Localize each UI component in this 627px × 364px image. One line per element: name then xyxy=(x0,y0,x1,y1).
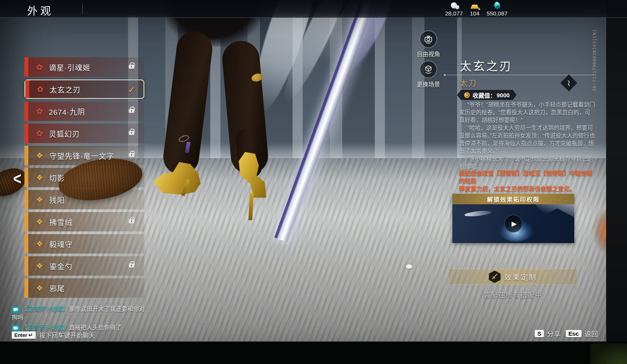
tael-coin-icon xyxy=(449,1,459,10)
video-title: 解锁效果拓印权限 xyxy=(452,194,574,204)
share-label: 分享 xyxy=(547,329,560,338)
skin-item-background xyxy=(28,256,144,276)
skin-rarity-icon: ❖ xyxy=(36,218,43,226)
unlock-video-card[interactable]: 解锁效果拓印权限 ▶ xyxy=(452,194,574,243)
plus-badge-icon: + xyxy=(478,7,480,11)
esc-key: Esc xyxy=(566,330,582,337)
currency-tael[interactable]: 28,077 xyxy=(442,1,466,17)
weapon-type-label: 太刀 xyxy=(460,77,477,88)
lock-icon xyxy=(129,65,134,69)
skin-list-item[interactable]: ❖ 毅魂守 ✓ xyxy=(24,234,144,254)
chat-log: 【卫宫萝卜切酱】那你武田开大了我还要和你对掏吗 【卫宫萝卜切酱】直接把人头给你得… xyxy=(12,305,148,333)
effect-customize-button[interactable]: 效果定制 xyxy=(449,269,577,285)
skin-list-item[interactable]: ❖ 邪尾 ✓ xyxy=(24,278,144,298)
skin-rarity-icon: ❖ xyxy=(36,240,43,248)
skin-label: 太玄之刃 xyxy=(50,84,81,95)
skin-label: 2674·九阴 xyxy=(49,106,85,117)
skin-list-item[interactable]: ✿ 灵狐幻刃 ✓ xyxy=(24,124,144,143)
rarity-bar xyxy=(24,278,28,298)
skin-list-item[interactable]: ✿ 太玄之刃 ✓ xyxy=(24,79,144,99)
skin-list-item[interactable]: ✿ 2674·九阴 ✓ xyxy=(24,102,144,121)
skin-label: 拂雪绒 xyxy=(49,217,73,227)
skin-rarity-icon: ❖ xyxy=(36,284,43,292)
enter-key: Enter ↵ xyxy=(12,331,36,339)
lock-icon xyxy=(129,153,134,157)
back-button[interactable]: Esc 返回 xyxy=(566,329,598,338)
rarity-bar xyxy=(25,80,29,98)
change-scene-button[interactable]: 更换场景 xyxy=(410,60,447,88)
skin-label: 谪星·引魂姬 xyxy=(49,62,90,72)
page-title: 外观 xyxy=(27,3,54,18)
chat-text: 直接把人头给你得了 xyxy=(69,324,121,331)
rarity-bar xyxy=(24,102,28,121)
skin-item-background xyxy=(28,234,144,254)
lock-icon xyxy=(129,219,134,223)
collection-value-badge: 收藏值：9000 xyxy=(457,90,516,100)
weapon-title: 太玄之刃 xyxy=(460,57,513,74)
currency-bar: 28,077 + 104 550,087 xyxy=(442,1,511,17)
skin-item-background xyxy=(28,168,144,187)
top-bar: 外观 28,077 + 104 550,087 xyxy=(0,0,627,18)
skin-item-background xyxy=(28,278,144,298)
skin-item-background xyxy=(28,190,144,209)
rarity-bar xyxy=(24,212,28,231)
skin-label: 鎏金勺 xyxy=(49,261,73,271)
jade-icon xyxy=(492,1,502,10)
thumbnail-fish xyxy=(464,210,492,217)
skin-item-background xyxy=(28,124,144,143)
header-divider xyxy=(82,3,83,14)
lock-icon xyxy=(129,109,134,113)
skin-rarity-icon: ✿ xyxy=(37,85,43,93)
rarity-bar xyxy=(24,234,28,254)
chat-message: 【卫宫萝卜切酱】那你武田开大了我还要和你对掏吗 xyxy=(12,305,148,321)
share-button[interactable]: S 分享 xyxy=(535,329,560,338)
equip-status: 装配在所有搭配中 xyxy=(449,290,577,299)
thumbnail-ice xyxy=(532,204,574,219)
currency-gold-ingot[interactable]: + 104 xyxy=(466,1,483,17)
free-camera-button[interactable]: 自由视角 xyxy=(410,30,447,58)
s-key: S xyxy=(535,330,544,337)
pebble xyxy=(406,264,412,269)
title-divider xyxy=(447,75,595,75)
gold-ingot-icon: + xyxy=(470,1,479,10)
skin-list: ✿ 谪星·引魂姬 ✓ ✿ 太玄之刃 ✓ ✿ 2674·九阴 ✓ ✿ 灵狐幻刃 ✓… xyxy=(24,57,144,298)
lore-paragraph: “爷爷！”胡桃坐在爷爷腿头，小手轻点那记载着剑门家历史的绘卷。“您看役大人这把刀… xyxy=(459,101,596,124)
skin-list-item[interactable]: ❖ 切影 ✓ xyxy=(24,168,144,187)
skin-label: 守望先锋·竜一文字 xyxy=(49,150,114,161)
chat-input-hint: Enter ↵ 按下回车键开始聊天 xyxy=(12,330,95,340)
effect-note-line: 装配后会改变【回雪斩】及魂玉【蚀骨斩】中破击斩的效果 xyxy=(459,169,596,185)
skin-item-background xyxy=(28,212,144,231)
play-icon[interactable]: ▶ xyxy=(504,215,522,233)
weapon-lore: “爷爷！”胡桃坐在爷爷腿头，小手轻点那记载着剑门家历史的绘卷。“您看役大人这把刀… xyxy=(459,101,596,171)
skin-label: 邪尾 xyxy=(49,283,65,293)
screen: 外观 28,077 + 104 550,087 ✿ 谪星·引魂姬 ✓ ✿ xyxy=(0,0,627,364)
lock-icon xyxy=(129,264,134,267)
collapse-chevron-icon[interactable]: < xyxy=(13,169,21,189)
free-camera-icon xyxy=(419,30,437,48)
skin-rarity-icon: ✿ xyxy=(36,63,43,71)
free-camera-label: 自由视角 xyxy=(410,50,447,58)
skin-label: 灵狐幻刃 xyxy=(49,128,80,139)
effect-note-line: 释放蓄力后，太玄之刃的形态也会随之变化。 xyxy=(459,185,596,193)
rarity-bar xyxy=(24,168,28,187)
skin-list-item[interactable]: ✿ 谪星·引魂姬 ✓ xyxy=(24,57,144,77)
change-scene-label: 更换场景 xyxy=(410,80,447,88)
skin-list-item[interactable]: ❖ 拂雪绒 ✓ xyxy=(24,212,144,231)
skin-rarity-icon: ❖ xyxy=(36,174,43,181)
lore-paragraph: “等小桃桃长大了，说不定也能去那无极寺寻自己的机缘呢。” xyxy=(459,155,596,171)
skin-list-item[interactable]: ❖ 鎏金勺 ✓ xyxy=(24,256,144,276)
skin-item-background xyxy=(28,102,144,121)
change-scene-icon xyxy=(419,60,437,78)
back-label: 返回 xyxy=(585,329,598,338)
skin-label: 残阳 xyxy=(49,195,65,205)
skin-list-item[interactable]: ❖ 守望先锋·竜一文字 ✓ xyxy=(24,146,144,165)
lore-paragraph: “哈哈，这是役大人穷尽一生才达到的境界，想要可没那么容易。”左近拍拍孙女发顶：“… xyxy=(459,124,596,155)
effect-note: 装配后会改变【回雪斩】及魂玉【蚀骨斩】中破击斩的效果 释放蓄力后，太玄之刃的形态… xyxy=(459,169,596,193)
rarity-bar xyxy=(24,256,28,276)
currency-jade[interactable]: 550,087 xyxy=(483,1,511,17)
skin-list-item[interactable]: ❖ 残阳 ✓ xyxy=(24,190,144,209)
rarity-bar xyxy=(24,57,28,77)
skin-item-background xyxy=(29,80,144,98)
chat-sender: 【卫宫萝卜切酱】 xyxy=(22,324,68,331)
rarity-bar xyxy=(24,190,28,209)
